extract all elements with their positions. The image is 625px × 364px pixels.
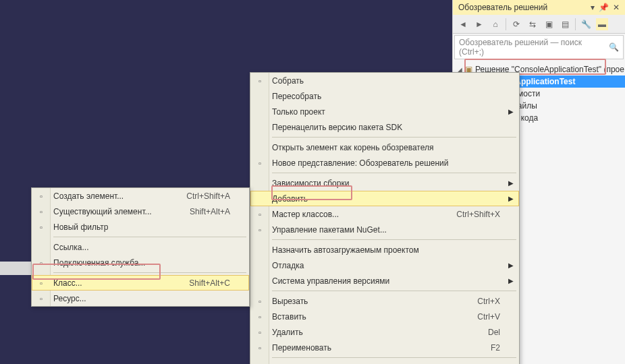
context-menu-main: ▫СобратьПересобратьТолько проект▶Перенац… bbox=[250, 72, 520, 364]
sub-menu-item-label: Создать элемент... bbox=[53, 191, 124, 201]
cut-icon: ▫ bbox=[254, 296, 265, 307]
main-menu-item[interactable]: Зависимости сборки▶ bbox=[250, 175, 519, 191]
rename-icon: ▫ bbox=[254, 342, 265, 353]
main-menu-item-label: Мастер классов... bbox=[272, 210, 339, 219]
sub-menu-separator bbox=[32, 270, 249, 275]
sub-menu-item[interactable]: ▫Создать элемент...Ctrl+Shift+A bbox=[32, 188, 249, 204]
collapse-icon[interactable]: ▣ bbox=[543, 18, 555, 30]
main-menu-item[interactable]: Выгрузить проект bbox=[250, 360, 519, 364]
class-icon: ▫ bbox=[36, 278, 47, 289]
shortcut-label: Ctrl+X bbox=[477, 297, 500, 306]
main-menu-item[interactable]: Добавить▶ bbox=[250, 191, 519, 206]
search-icon[interactable]: 🔍 bbox=[609, 42, 619, 52]
main-menu-separator bbox=[250, 171, 519, 175]
panel-controls: ▾ 📌 ✕ bbox=[591, 3, 620, 12]
sub-menu-item-label: Ресурс... bbox=[53, 294, 86, 303]
shortcut-label: Ctrl+V bbox=[477, 312, 500, 322]
main-menu-item-label: Перенацелить версию пакета SDK bbox=[272, 123, 402, 132]
submenu-arrow-icon: ▶ bbox=[508, 179, 514, 187]
main-menu-item-label: Собрать bbox=[272, 76, 304, 86]
main-menu-item-label: Пересобрать bbox=[272, 92, 321, 101]
shortcut-label: Del bbox=[488, 328, 500, 337]
main-menu-item-label: Управление пакетами NuGet... bbox=[272, 225, 387, 235]
main-menu-item-label: Отладка bbox=[272, 261, 304, 270]
sub-menu-item-label: Существующий элемент... bbox=[53, 207, 152, 216]
back-icon[interactable]: ◄ bbox=[457, 18, 469, 30]
main-menu-separator bbox=[250, 135, 519, 140]
main-menu-item-label: Переименовать bbox=[272, 343, 331, 353]
main-menu-item[interactable]: Только проект▶ bbox=[250, 104, 519, 119]
main-menu-item[interactable]: Пересобрать bbox=[250, 88, 519, 104]
main-menu-item[interactable]: ▫ВставитьCtrl+V bbox=[250, 309, 519, 324]
shortcut-label: Shift+Alt+A bbox=[190, 207, 230, 216]
submenu-arrow-icon: ▶ bbox=[508, 195, 514, 202]
sub-menu-item-label: Класс... bbox=[53, 278, 82, 288]
submenu-arrow-icon: ▶ bbox=[508, 262, 514, 269]
sub-menu-item[interactable]: ▫Новый фильтр bbox=[32, 219, 249, 235]
main-menu-item[interactable]: Перенацелить версию пакета SDK bbox=[250, 119, 519, 135]
sub-menu-item-label: Новый фильтр bbox=[53, 222, 108, 232]
main-menu-item-label: Только проект bbox=[272, 107, 325, 117]
delete-icon: ▫ bbox=[254, 327, 265, 338]
context-menu-add: ▫Создать элемент...Ctrl+Shift+A▫Существу… bbox=[31, 187, 250, 307]
shortcut-label: F2 bbox=[491, 343, 500, 353]
main-menu-item[interactable]: ▫ПереименоватьF2 bbox=[250, 340, 519, 355]
show-all-icon[interactable]: ▤ bbox=[559, 18, 571, 30]
sub-menu-item[interactable]: ▫Подключенная служба... bbox=[32, 255, 249, 270]
main-menu-item-label: Удалить bbox=[272, 328, 303, 337]
sub-menu-item[interactable]: ▫Существующий элемент...Shift+Alt+A bbox=[32, 204, 249, 219]
sync-icon[interactable]: ⇆ bbox=[526, 18, 539, 30]
main-menu-separator bbox=[250, 237, 519, 242]
main-menu-item[interactable]: ▫Собрать bbox=[250, 73, 519, 88]
sub-menu-separator bbox=[32, 235, 249, 239]
properties-icon[interactable]: 🔧 bbox=[580, 18, 592, 30]
main-menu-item[interactable]: Открыть элемент как корень обозревателя bbox=[250, 140, 519, 155]
dropdown-icon[interactable]: ▾ bbox=[591, 3, 595, 12]
sub-menu-item[interactable]: ▫Ресурс... bbox=[32, 291, 249, 306]
main-menu-item-label: Вставить bbox=[272, 312, 306, 322]
main-menu-item-label: Система управления версиями bbox=[272, 276, 389, 286]
main-menu-item[interactable]: ▫УдалитьDel bbox=[250, 324, 519, 340]
main-menu-item[interactable]: ▫ВырезатьCtrl+X bbox=[250, 293, 519, 309]
main-menu-item[interactable]: Назначить автозагружаемым проектом bbox=[250, 242, 519, 257]
solution-explorer-titlebar: Обозреватель решений ▾ 📌 ✕ bbox=[453, 0, 625, 15]
main-menu-item-label: Открыть элемент как корень обозревателя bbox=[272, 143, 434, 152]
nuget-icon: ▫ bbox=[254, 224, 265, 235]
new-view-icon: ▫ bbox=[254, 158, 265, 169]
submenu-arrow-icon: ▶ bbox=[508, 108, 514, 115]
close-icon[interactable]: ✕ bbox=[613, 3, 620, 12]
new-item-icon: ▫ bbox=[36, 191, 47, 202]
forward-icon[interactable]: ► bbox=[473, 18, 485, 30]
class-wizard-icon: ▫ bbox=[254, 209, 265, 220]
main-menu-item[interactable]: Система управления версиями▶ bbox=[250, 273, 519, 289]
sub-menu-item[interactable]: ▫Класс...Shift+Alt+C bbox=[32, 275, 249, 291]
paste-icon: ▫ bbox=[254, 311, 265, 322]
solution-explorer-title: Обозреватель решений bbox=[458, 3, 547, 12]
main-menu-item[interactable]: ▫Новое представление: Обозреватель решен… bbox=[250, 155, 519, 171]
main-menu-item[interactable]: ▫Управление пакетами NuGet... bbox=[250, 222, 519, 237]
shortcut-label: Ctrl+Shift+X bbox=[456, 210, 500, 219]
main-menu-item[interactable]: ▫Мастер классов...Ctrl+Shift+X bbox=[250, 206, 519, 222]
connected-service-icon: ▫ bbox=[36, 257, 47, 268]
selected-tool-icon[interactable]: ▬ bbox=[596, 18, 608, 30]
main-menu-item-label: Вырезать bbox=[272, 297, 308, 306]
build-icon: ▫ bbox=[254, 75, 265, 86]
refresh-icon[interactable]: ⟳ bbox=[510, 18, 522, 30]
solution-explorer-search[interactable]: Обозреватель решений — поиск (Ctrl+;) 🔍 bbox=[454, 35, 624, 59]
search-placeholder: Обозреватель решений — поиск (Ctrl+;) bbox=[459, 38, 609, 57]
main-menu-item-label: Зависимости сборки bbox=[272, 179, 349, 188]
main-menu-item-label: Назначить автозагружаемым проектом bbox=[272, 245, 419, 255]
shortcut-label: Shift+Alt+C bbox=[189, 278, 230, 288]
sub-menu-item-label: Ссылка... bbox=[53, 243, 88, 252]
shortcut-label: Ctrl+Shift+A bbox=[186, 191, 230, 201]
solution-explorer-toolbar: ◄ ► ⌂ ⟳ ⇆ ▣ ▤ 🔧 ▬ bbox=[453, 15, 625, 34]
resource-icon: ▫ bbox=[36, 293, 47, 304]
main-menu-separator bbox=[250, 289, 519, 293]
sub-menu-item[interactable]: Ссылка... bbox=[32, 239, 249, 255]
main-menu-item[interactable]: Отладка▶ bbox=[250, 257, 519, 273]
home-icon[interactable]: ⌂ bbox=[489, 18, 501, 30]
pin-icon[interactable]: 📌 bbox=[599, 3, 609, 12]
main-menu-item-label: Новое представление: Обозреватель решени… bbox=[272, 158, 448, 168]
main-menu-separator bbox=[250, 355, 519, 360]
main-menu-item-label: Добавить bbox=[272, 194, 308, 204]
